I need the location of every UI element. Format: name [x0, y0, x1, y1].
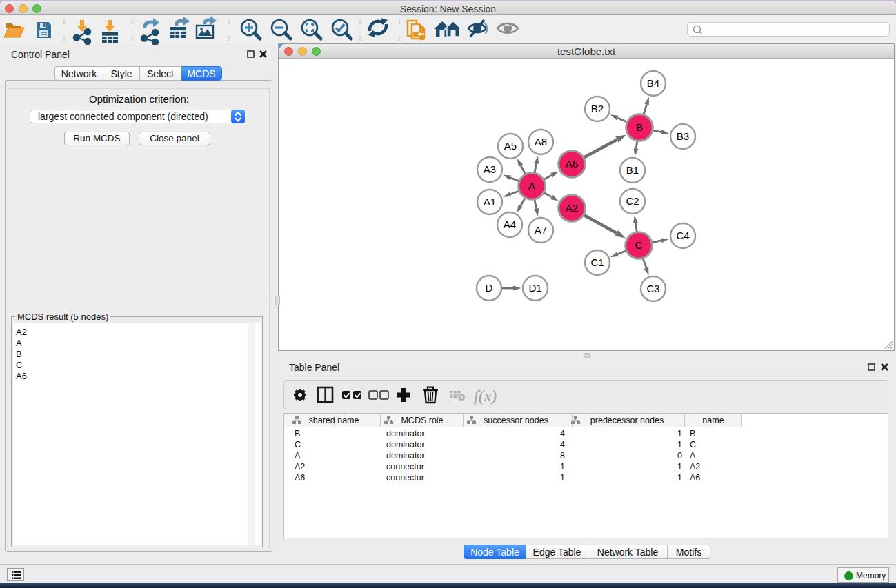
svg-text:predecessor nodes: predecessor nodes: [590, 416, 664, 425]
svg-text:A6: A6: [295, 473, 305, 483]
svg-text:C3: C3: [646, 283, 659, 294]
svg-text:dominator: dominator: [386, 440, 425, 449]
svg-text:A2: A2: [566, 202, 578, 214]
svg-text:MCDS role: MCDS role: [401, 416, 443, 425]
svg-text:B: B: [295, 429, 300, 438]
svg-text:connector: connector: [386, 462, 424, 472]
svg-text:4: 4: [560, 440, 565, 449]
svg-text:A2: A2: [295, 462, 305, 472]
svg-text:4: 4: [560, 429, 565, 438]
svg-text:C2: C2: [626, 195, 639, 207]
svg-text:A3: A3: [484, 163, 496, 175]
svg-text:8: 8: [560, 451, 565, 460]
svg-text:1: 1: [677, 429, 682, 438]
svg-text:name: name: [702, 416, 724, 425]
svg-text:1: 1: [677, 440, 682, 449]
svg-text:C4: C4: [676, 230, 689, 241]
svg-text:A5: A5: [504, 140, 517, 152]
svg-text:A6: A6: [566, 158, 578, 170]
svg-text:C: C: [690, 440, 696, 449]
svg-text:D: D: [486, 282, 493, 294]
svg-text:A4: A4: [504, 219, 516, 230]
svg-text:1: 1: [677, 473, 682, 483]
svg-text:A2: A2: [690, 462, 700, 472]
svg-text:A6: A6: [690, 473, 700, 483]
svg-text:A7: A7: [535, 224, 547, 236]
svg-text:B4: B4: [647, 77, 659, 89]
svg-text:A1: A1: [484, 196, 496, 207]
svg-text:C1: C1: [590, 256, 604, 268]
svg-text:A: A: [528, 180, 535, 192]
svg-text:B2: B2: [591, 103, 604, 114]
svg-text:connector: connector: [386, 473, 424, 483]
svg-text:dominator: dominator: [386, 451, 425, 460]
svg-text:1: 1: [677, 462, 682, 472]
svg-text:successor nodes: successor nodes: [484, 416, 548, 425]
svg-text:f(x): f(x): [474, 387, 497, 405]
svg-text:A: A: [295, 451, 301, 460]
svg-text:D1: D1: [528, 282, 541, 294]
svg-text:0: 0: [677, 451, 682, 460]
svg-text:C: C: [635, 239, 643, 251]
svg-text:B: B: [690, 429, 695, 438]
svg-text:B: B: [636, 121, 643, 133]
svg-text:A8: A8: [535, 136, 547, 148]
svg-text:B3: B3: [677, 130, 689, 142]
svg-text:A: A: [690, 451, 696, 460]
svg-text:B1: B1: [626, 164, 639, 176]
svg-text:1: 1: [560, 473, 565, 483]
svg-text:dominator: dominator: [386, 429, 425, 438]
svg-text:1: 1: [560, 462, 565, 472]
svg-text:C: C: [295, 440, 301, 449]
svg-text:shared name: shared name: [309, 416, 359, 425]
